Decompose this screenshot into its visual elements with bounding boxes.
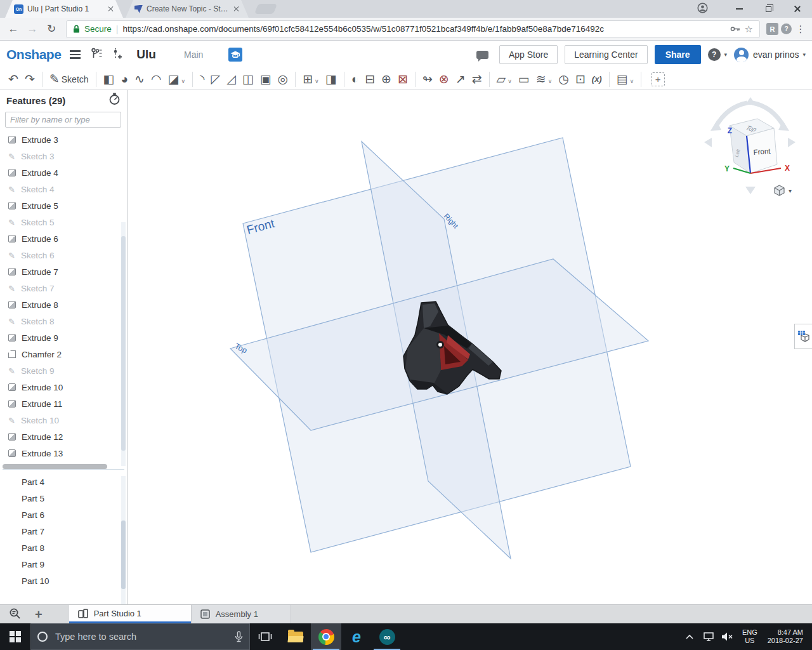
hole-button[interactable]: ◎ [275, 70, 292, 89]
create-version-icon[interactable] [112, 48, 122, 62]
sketch-button[interactable]: ✎Sketch [46, 70, 92, 89]
undo-button[interactable]: ↶ [5, 70, 22, 89]
shell-button[interactable]: ▣ [257, 70, 275, 89]
feature-item[interactable]: ✎Sketch 9 [0, 362, 127, 379]
file-explorer-button[interactable] [280, 623, 311, 650]
start-button[interactable] [0, 623, 30, 650]
chrome-taskbar-button[interactable] [311, 623, 341, 650]
feature-item[interactable]: ✎Sketch 8 [0, 313, 127, 329]
linear-pattern-button[interactable]: ⊞∨ [299, 70, 322, 89]
language-indicator[interactable]: ENGUS [738, 628, 761, 645]
graphics-viewport[interactable]: Front Top Right [128, 90, 812, 604]
key-icon[interactable] [730, 26, 740, 32]
redo-button[interactable]: ↷ [22, 70, 38, 89]
tab-close-icon[interactable] [108, 6, 114, 12]
minimize-button[interactable] [724, 0, 754, 18]
custom-features-button[interactable]: ▤∨ [613, 70, 638, 89]
part-item[interactable]: Part 5 [0, 490, 127, 507]
delete-face-button[interactable]: ⊗ [436, 70, 452, 89]
share-button[interactable]: Share [655, 45, 701, 64]
replace-face-button[interactable]: ⇄ [469, 70, 485, 89]
document-title[interactable]: Ulu [136, 48, 156, 62]
app-store-button[interactable]: App Store [499, 45, 558, 64]
education-badge-icon[interactable] [228, 48, 242, 62]
view-cube[interactable]: Top Front Left Z Y X [702, 94, 798, 197]
close-button[interactable] [783, 0, 812, 18]
part-item[interactable]: Part 6 [0, 507, 127, 523]
helix-button[interactable]: ≋∨ [533, 70, 556, 89]
tab-part-studio-1[interactable]: Part Studio 1 [69, 605, 191, 623]
bookmark-star-icon[interactable]: ☆ [745, 23, 753, 35]
rollback-stopwatch-icon[interactable] [108, 93, 121, 108]
features-horizontal-scrollbar[interactable] [3, 464, 124, 470]
features-scrollbar-thumb[interactable] [121, 236, 126, 451]
add-tab-button[interactable]: + [35, 608, 43, 621]
transform-button[interactable]: ⊕ [378, 70, 395, 89]
tab-close-icon[interactable] [233, 6, 240, 12]
plane-button[interactable]: ▭ [515, 70, 533, 89]
versions-icon[interactable] [91, 48, 102, 62]
feature-item[interactable]: Extrude 7 [0, 263, 127, 280]
delete-part-button[interactable]: ⊠ [395, 70, 411, 89]
feature-item[interactable]: Extrude 11 [0, 395, 127, 412]
part-item[interactable]: Part 7 [0, 523, 127, 540]
feature-item[interactable]: Extrude 12 [0, 428, 127, 445]
learning-center-button[interactable]: Learning Center [565, 45, 647, 64]
chrome-menu-icon[interactable]: ⋮ [794, 23, 807, 35]
feature-item[interactable]: Extrude 10 [0, 379, 127, 395]
part-item[interactable]: Part 4 [0, 474, 127, 490]
parts-list-flyout-button[interactable] [794, 324, 812, 349]
main-menu-icon[interactable] [70, 50, 81, 58]
part-item[interactable]: Part 9 [0, 556, 127, 573]
parts-scrollbar-thumb[interactable] [121, 521, 126, 589]
forward-button[interactable]: → [24, 23, 41, 36]
feature-item[interactable]: ✎Sketch 4 [0, 181, 127, 197]
offset-surface-button[interactable]: ▱∨ [494, 70, 515, 89]
fillet-button[interactable]: ◝ [197, 70, 207, 89]
internet-explorer-button[interactable]: e [341, 623, 372, 650]
network-icon[interactable] [700, 623, 717, 650]
clock[interactable]: 8:47 AM2018-02-27 [764, 628, 807, 645]
help-icon[interactable]: ? [708, 48, 721, 61]
feature-item[interactable]: ✎Sketch 7 [0, 280, 127, 296]
tab-assembly-1[interactable]: Assembly 1 [191, 605, 291, 623]
display-mode-button[interactable]: ▾ [773, 183, 800, 198]
microphone-icon[interactable] [235, 631, 243, 642]
feature-item[interactable]: Extrude 9 [0, 329, 127, 346]
user-avatar[interactable] [734, 48, 749, 62]
rib-button[interactable]: ◫ [239, 70, 257, 89]
back-button[interactable]: ← [5, 23, 22, 36]
part-item[interactable]: Part 8 [0, 540, 127, 556]
taskbar-search-box[interactable]: Type here to search [30, 623, 250, 650]
feature-item[interactable]: ✎Sketch 6 [0, 247, 127, 263]
feature-item[interactable]: Extrude 4 [0, 164, 127, 181]
sweep-button[interactable]: ∿ [131, 70, 148, 89]
feature-item[interactable]: ✎Sketch 3 [0, 148, 127, 164]
add-custom-feature-button[interactable]: + [645, 70, 668, 89]
reload-button[interactable]: ↻ [43, 22, 60, 36]
feature-item[interactable]: Extrude 5 [0, 197, 127, 214]
feature-item[interactable]: Extrude 6 [0, 230, 127, 247]
task-view-button[interactable] [250, 623, 280, 650]
loft-button[interactable]: ◠ [148, 70, 165, 89]
clock-tool-button[interactable]: ◷ [555, 70, 572, 89]
extrude-button[interactable]: ◧ [100, 70, 118, 89]
thicken-button[interactable]: ◪∨ [165, 70, 189, 89]
tray-chevron-up-icon[interactable] [681, 623, 698, 650]
modify-fillet-button[interactable]: ↬ [419, 70, 436, 89]
search-tools-icon[interactable] [9, 607, 22, 621]
browser-tab-onshape[interactable]: On Ulu | Part Studio 1 [5, 0, 123, 18]
variable-button[interactable]: (x) [589, 70, 605, 89]
feature-item[interactable]: Chamfer 2 [0, 346, 127, 362]
move-face-button[interactable]: ↗ [452, 70, 469, 89]
part-item[interactable]: Part 10 [0, 573, 127, 589]
chamfer-button[interactable]: ◸ [207, 70, 223, 89]
split-button[interactable]: ⊟ [362, 70, 378, 89]
address-bar[interactable]: Secure | https://cad.onshape.com/documen… [66, 20, 760, 38]
onshape-logo[interactable]: Onshape [6, 47, 61, 62]
draft-button[interactable]: ◿ [223, 70, 239, 89]
feature-item[interactable]: Extrude 8 [0, 296, 127, 313]
derived-button[interactable]: ⊡ [572, 70, 589, 89]
feature-item[interactable]: Extrude 3 [0, 131, 127, 148]
feature-item[interactable]: ✎Sketch 10 [0, 412, 127, 428]
